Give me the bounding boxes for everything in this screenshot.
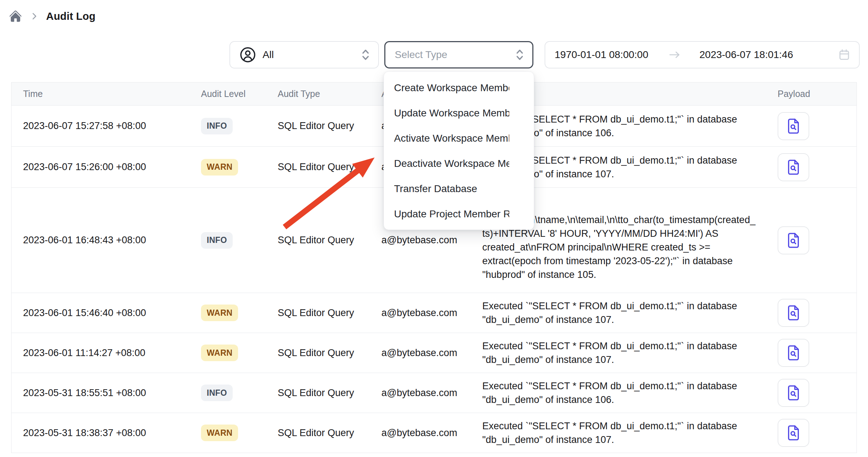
view-payload-button[interactable]: [778, 339, 809, 367]
cell-comment: Executed `"SELECT * FROM db_ui_demo.t1;"…: [479, 299, 760, 327]
filter-bar: All Select Type 1970-01-01 08:00:00 2023…: [229, 41, 860, 68]
cell-comment: Executed `"SELECT * FROM db_ui_demo.t1;"…: [479, 419, 760, 447]
date-range-end[interactable]: 2023-06-07 18:01:46: [699, 49, 793, 61]
view-payload-button[interactable]: [778, 379, 809, 407]
table-row: 2023-05-31 18:55:51 +08:00 INFO SQL Edit…: [12, 373, 856, 413]
cell-audit-type: SQL Editor Query: [278, 235, 381, 246]
cell-audit-type: SQL Editor Query: [278, 387, 381, 399]
user-circle-icon: [240, 46, 256, 63]
cell-time: 2023-06-07 15:27:58 +08:00: [23, 120, 201, 132]
cell-actor: a@bytebase.com: [381, 347, 479, 359]
chevron-up-down-icon: [515, 48, 524, 62]
column-header-level: Audit Level: [201, 89, 278, 99]
view-payload-button[interactable]: [778, 299, 809, 327]
status-badge: INFO: [201, 232, 233, 249]
breadcrumb: Audit Log: [9, 9, 95, 23]
view-payload-button[interactable]: [778, 419, 809, 447]
cell-audit-type: SQL Editor Query: [278, 307, 381, 319]
view-payload-button[interactable]: [778, 112, 809, 140]
file-search-icon: [785, 385, 802, 401]
type-select-dropdown: Create Workspace Member Update Workspace…: [384, 71, 534, 230]
dropdown-item-deactivate-workspace-member[interactable]: Deactivate Workspace Member: [384, 151, 534, 176]
file-search-icon: [785, 345, 802, 361]
date-range-picker[interactable]: 1970-01-01 08:00:00 2023-06-07 18:01:46: [545, 41, 860, 68]
home-icon[interactable]: [9, 9, 22, 23]
column-header-payload: Payload: [760, 89, 856, 99]
cell-audit-type: SQL Editor Query: [278, 347, 381, 359]
dropdown-item-create-workspace-member[interactable]: Create Workspace Member: [384, 75, 534, 101]
status-badge: WARN: [201, 159, 238, 176]
status-badge: WARN: [201, 425, 238, 441]
file-search-icon: [785, 305, 802, 321]
cell-time: 2023-06-01 11:14:27 +08:00: [23, 347, 201, 359]
cell-time: 2023-05-31 18:55:51 +08:00: [23, 387, 201, 399]
cell-actor: a@bytebase.com: [381, 387, 479, 399]
status-badge: WARN: [201, 305, 238, 321]
type-filter-select[interactable]: Select Type: [384, 41, 533, 68]
arrow-right-icon: [668, 50, 681, 59]
cell-actor: a@bytebase.com: [381, 235, 479, 246]
dropdown-item-activate-workspace-member[interactable]: Activate Workspace Member: [384, 126, 534, 151]
dropdown-item-update-project-member-role[interactable]: Update Project Member Role: [384, 201, 534, 227]
date-range-start[interactable]: 1970-01-01 08:00:00: [555, 49, 648, 61]
cell-comment: Executed `"SELECT * FROM db_ui_demo.t1;"…: [479, 339, 760, 367]
actor-filter-value: All: [263, 49, 274, 61]
type-filter-placeholder: Select Type: [395, 49, 447, 61]
dropdown-item-update-workspace-member[interactable]: Update Workspace Member: [384, 101, 534, 126]
chevron-right-icon: [30, 12, 39, 21]
cell-time: 2023-06-01 16:48:43 +08:00: [23, 235, 201, 246]
cell-actor: a@bytebase.com: [381, 427, 479, 439]
page-title: Audit Log: [46, 10, 95, 22]
file-search-icon: [785, 159, 802, 176]
cell-audit-type: SQL Editor Query: [278, 161, 381, 173]
table-row: 2023-05-31 18:38:37 +08:00 WARN SQL Edit…: [12, 413, 856, 453]
status-badge: INFO: [201, 385, 233, 401]
actor-filter-select[interactable]: All: [229, 41, 379, 68]
file-search-icon: [785, 425, 802, 441]
table-row: 2023-06-01 11:14:27 +08:00 WARN SQL Edit…: [12, 333, 856, 373]
column-header-time: Time: [23, 89, 201, 99]
file-search-icon: [785, 118, 802, 134]
chevron-up-down-icon: [361, 48, 370, 62]
file-search-icon: [785, 232, 802, 249]
cell-audit-type: SQL Editor Query: [278, 427, 381, 439]
cell-time: 2023-06-01 15:46:40 +08:00: [23, 307, 201, 319]
cell-time: 2023-06-07 15:26:00 +08:00: [23, 161, 201, 173]
dropdown-item-transfer-database[interactable]: Transfer Database: [384, 176, 534, 201]
calendar-icon[interactable]: [837, 48, 851, 62]
column-header-type: Audit Type: [278, 89, 381, 99]
table-row: 2023-06-01 15:46:40 +08:00 WARN SQL Edit…: [12, 293, 856, 333]
cell-actor: a@bytebase.com: [381, 307, 479, 319]
status-badge: INFO: [201, 118, 233, 134]
cell-comment: Executed `"SELECT * FROM db_ui_demo.t1;"…: [479, 379, 760, 407]
status-badge: WARN: [201, 345, 238, 361]
view-payload-button[interactable]: [778, 226, 809, 254]
cell-audit-type: SQL Editor Query: [278, 120, 381, 132]
cell-time: 2023-05-31 18:38:37 +08:00: [23, 427, 201, 439]
view-payload-button[interactable]: [778, 153, 809, 181]
